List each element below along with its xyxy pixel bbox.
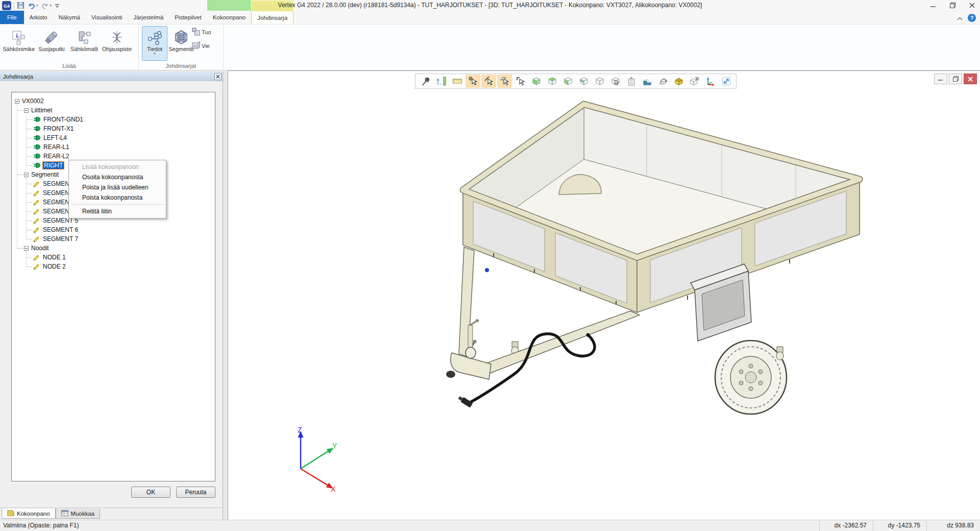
tree-item-label: FRONT-GND1 [42,116,84,123]
sahkomalli-icon [76,29,92,46]
menu-item-reitita-liitin[interactable]: Reititä liitin [70,206,165,216]
tree-item-vx0002[interactable]: VX0002 [12,96,215,106]
save-icon[interactable] [17,2,24,9]
feature-list-icon[interactable] [624,75,639,88]
tree-expander-icon[interactable] [24,246,29,251]
ribbon-button-tuo[interactable]: Tuo [192,28,211,37]
tab-kokoonpano[interactable]: Kokoonpano [207,11,252,24]
minimize-button[interactable] [927,1,939,10]
collapse-ribbon-icon[interactable] [957,13,963,22]
ribbon-button-sahkonimike[interactable]: iSähkönimike [3,26,35,61]
fit-view-icon[interactable] [719,75,733,88]
suojaputki-icon [43,29,60,46]
tab-nakyma[interactable]: Näkymä [53,11,86,24]
axis-y-label: Y [332,442,337,450]
viewport-3d[interactable]: Z Y X [228,70,980,520]
titlebar: G4 ▾ ▾ Vertex G4 2022 / 28.0.00 (dev) (r… [0,0,980,11]
tree-expander-icon[interactable] [24,108,29,113]
close-button[interactable] [966,1,978,10]
box-top-icon[interactable] [545,75,559,88]
tree-guide-line [27,184,32,184]
tab-johdinsarja[interactable]: Johdinsarja [251,11,293,24]
plane-icon[interactable] [655,75,670,88]
divider [0,508,223,508]
ribbon-button-label: Segmentit [168,46,194,52]
tree-item-liittimet[interactable]: Liittimet [12,106,215,115]
section-icon[interactable] [640,75,654,88]
snap-point-icon[interactable] [465,75,480,88]
tree-item-node-1[interactable]: NODE 1 [12,253,215,262]
tree-item-left-l4[interactable]: LEFT-L4 [12,133,215,142]
tab-jarjestelma[interactable]: Järjestelmä [128,11,169,24]
tab-arkisto[interactable]: Arkisto [24,11,53,24]
menu-item-poista-ja-lisaa-uudelleen[interactable]: Poista ja lisää uudelleen [70,182,165,192]
menu-item-osoita-kokoonpanosta[interactable]: Osoita kokoonpanosta [70,172,165,182]
ribbon-button-sahkomalli[interactable]: Sähkömalli [68,26,100,61]
tree-item-segment-6[interactable]: SEGMENT 6 [12,225,215,234]
tree-item-front-gnd1[interactable]: FRONT-GND1 [12,115,215,124]
tree-expander-icon[interactable] [24,173,29,177]
ribbon-button-segmentit[interactable]: Segmentit [168,26,194,61]
customize-quick-access-icon[interactable] [54,3,60,9]
undo-dropdown-icon[interactable]: ▾ [36,4,38,8]
tree-item-rear-l1[interactable]: REAR-L1 [12,142,215,152]
panel-tab-label: Kokoonpano [17,511,50,517]
muokkaa-icon [61,510,68,518]
box-wire-icon[interactable] [592,75,607,88]
box-open-icon[interactable] [671,75,686,88]
viewport-restore-button[interactable] [949,74,962,84]
panel-close-icon[interactable] [214,73,222,80]
viewport-toolbar [415,74,737,89]
tree-item-label: RIGHT [42,161,64,170]
tree-item-front-x1[interactable]: FRONT-X1 [12,124,215,133]
panel-title: Johdinsarja [3,74,33,80]
redo-dropdown-icon[interactable]: ▾ [50,4,52,8]
ohjauspiste-icon [109,29,125,46]
panel-tab-muokkaa[interactable]: Muokkaa [56,509,101,519]
box-select-icon[interactable] [608,75,623,88]
pin-icon[interactable] [418,75,433,88]
snap-line-icon[interactable] [481,75,496,88]
box-strip-icon[interactable] [576,75,591,88]
undo-icon[interactable]: ▾ [27,2,38,9]
menu-item-poista-kokoonpanosta[interactable]: Poista kokoonpanosta [70,192,165,203]
tree-item-noodit[interactable]: Noodit [12,244,215,253]
snap-face-icon[interactable] [497,75,512,88]
ribbon-button-vie[interactable]: 3DVie [192,41,211,51]
viewport-minimize-button[interactable] [934,74,947,84]
ribbon-button-ohjauspiste[interactable]: Ohjauspiste [101,26,133,61]
svg-text:G4: G4 [4,4,10,9]
ruler-icon[interactable] [450,75,464,88]
window-controls [927,0,978,11]
ok-button[interactable]: OK [131,487,170,498]
tree-item-node-2[interactable]: NODE 2 [12,262,215,271]
ribbon-button-tiedot[interactable]: Tiedot▾ [142,26,167,61]
restore-button[interactable] [946,1,959,10]
help-icon[interactable]: ? [968,14,976,22]
ribbon-button-suojaputki[interactable]: Suojaputki [36,26,67,61]
tab-pistepilvet[interactable]: Pistepilvet [169,11,207,24]
tree-expander-icon[interactable] [15,99,19,104]
group-label: Johdinsarjat [139,63,223,69]
box-delete-icon[interactable] [687,75,702,88]
vie-icon: 3D [192,41,200,51]
measure-icon[interactable] [434,75,449,88]
tab-visualisointi[interactable]: Visualisointi [86,11,128,24]
redo-icon[interactable]: ▾ [41,2,52,9]
panel-tab-kokoonpano[interactable]: Kokoonpano [2,509,56,519]
pick-part-icon[interactable] [513,75,528,88]
tree-guide-line [27,221,32,221]
tree-item-label: SEGMENT 6 [42,226,79,233]
box-shaded-icon[interactable] [529,75,544,88]
ribbon-button-label: Sähkönimike [3,46,35,52]
status-dy: dy -1423.75 [873,520,926,531]
viewport-close-button[interactable] [964,74,977,84]
tab-file[interactable]: File [0,11,24,24]
app-logo-icon[interactable]: G4 [2,1,11,10]
box-side-icon[interactable] [560,75,575,88]
segment-icon [33,263,40,270]
cancel-button[interactable]: Peruuta [176,487,215,498]
johdinsarja-panel: Johdinsarja VX0002LiittimetFRONT-GND1FRO… [0,72,223,520]
axes-icon[interactable] [703,75,718,88]
tree-item-segment-7[interactable]: SEGMENT 7 [12,234,215,244]
